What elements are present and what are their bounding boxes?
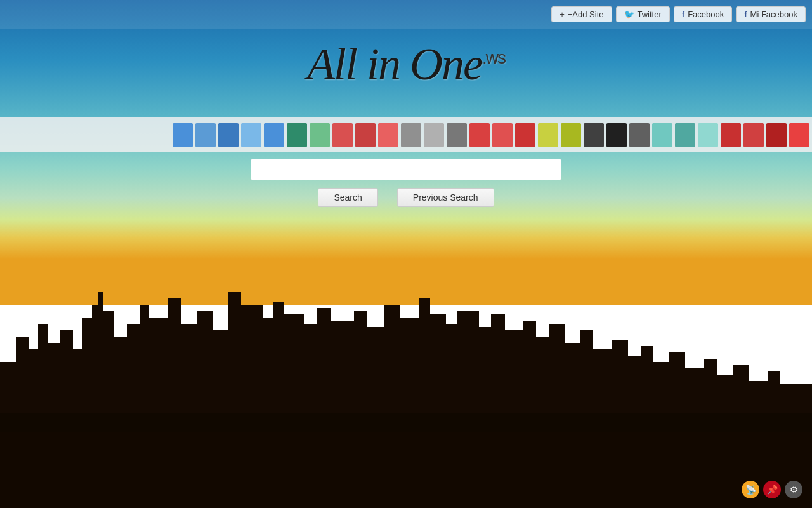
- rss-icon-button[interactable]: 📡: [742, 481, 759, 498]
- tile-item[interactable]: [310, 123, 330, 147]
- tile-item[interactable]: [538, 123, 558, 147]
- tile-item[interactable]: [675, 123, 695, 147]
- tile-item[interactable]: [287, 123, 307, 147]
- search-buttons: Search Previous Search: [318, 188, 494, 207]
- pin-icon: 📌: [767, 485, 778, 495]
- tile-item[interactable]: [469, 123, 490, 147]
- facebook-label: Facebook: [688, 10, 724, 19]
- search-input[interactable]: [251, 159, 561, 180]
- twitter-button[interactable]: 🐦 Twitter: [616, 6, 670, 22]
- tile-item[interactable]: [789, 123, 809, 147]
- logo-area: All in One.ws: [307, 38, 505, 91]
- add-site-label: +Add Site: [568, 10, 604, 19]
- tile-item[interactable]: [515, 123, 535, 147]
- search-button[interactable]: Search: [318, 188, 377, 207]
- tile-item[interactable]: [629, 123, 650, 147]
- gear-icon-button[interactable]: ⚙: [785, 481, 802, 498]
- tile-item[interactable]: [332, 123, 353, 147]
- tile-item[interactable]: [561, 123, 581, 147]
- twitter-icon: 🐦: [624, 10, 634, 19]
- plus-icon: +: [560, 10, 565, 19]
- bottom-icons: 📡 📌 ⚙: [742, 481, 802, 498]
- add-site-button[interactable]: + +Add Site: [551, 6, 612, 22]
- top-navigation: + +Add Site 🐦 Twitter f Facebook f Mi Fa…: [0, 0, 812, 29]
- previous-search-button[interactable]: Previous Search: [397, 188, 494, 207]
- facebook-button[interactable]: f Facebook: [674, 6, 732, 22]
- facebook-icon: f: [682, 10, 684, 19]
- tile-item[interactable]: [241, 123, 261, 147]
- tile-item[interactable]: [492, 123, 513, 147]
- tile-item[interactable]: [173, 123, 193, 147]
- tile-item[interactable]: [766, 123, 787, 147]
- logo-main-text: All in One.ws: [307, 39, 505, 90]
- mi-facebook-label: Mi Facebook: [750, 10, 797, 19]
- tile-item[interactable]: [401, 123, 421, 147]
- ground-bar: [0, 432, 812, 508]
- mi-facebook-icon: f: [744, 10, 747, 19]
- logo-suffix: .ws: [482, 48, 505, 67]
- tile-item[interactable]: [195, 123, 216, 147]
- pin-icon-button[interactable]: 📌: [763, 481, 781, 498]
- tile-item[interactable]: [721, 123, 741, 147]
- tile-item[interactable]: [424, 123, 444, 147]
- tile-item[interactable]: [378, 123, 398, 147]
- logo-text: All in One: [307, 39, 482, 90]
- tile-item[interactable]: [218, 123, 239, 147]
- cityscape-svg: [0, 286, 812, 444]
- tile-item[interactable]: [606, 123, 627, 147]
- twitter-label: Twitter: [638, 10, 662, 19]
- rss-icon: 📡: [745, 485, 756, 495]
- gear-icon: ⚙: [790, 485, 798, 495]
- mi-facebook-button[interactable]: f Mi Facebook: [736, 6, 806, 22]
- tiles-strip: [0, 117, 812, 152]
- tile-item[interactable]: [743, 123, 764, 147]
- tile-item[interactable]: [584, 123, 604, 147]
- tile-item[interactable]: [447, 123, 467, 147]
- search-area: Search Previous Search: [251, 159, 561, 207]
- tile-item[interactable]: [652, 123, 672, 147]
- tile-item[interactable]: [264, 123, 284, 147]
- tile-item[interactable]: [698, 123, 718, 147]
- tile-item[interactable]: [355, 123, 376, 147]
